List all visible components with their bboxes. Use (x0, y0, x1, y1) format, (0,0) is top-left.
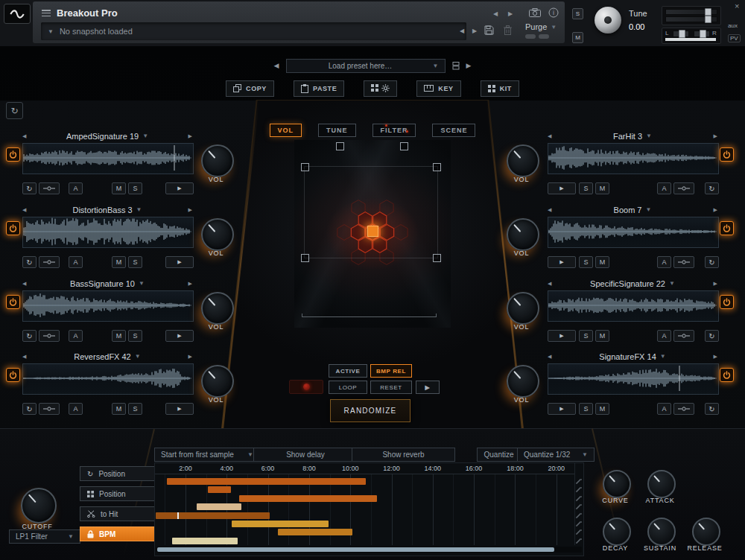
loop-button[interactable]: ↻ (705, 403, 719, 415)
pv-button[interactable]: PV (728, 34, 741, 42)
choke-a-button[interactable]: A (69, 330, 83, 342)
prev-sample-arrow[interactable]: ◀ (22, 281, 26, 287)
env-knob-decay[interactable] (603, 518, 631, 546)
prev-sample-arrow[interactable]: ◀ (22, 354, 26, 360)
play-button[interactable]: ▶ (165, 403, 194, 415)
mute-button[interactable]: M (595, 256, 609, 268)
play-button[interactable]: ▶ (548, 330, 576, 342)
copy-button[interactable]: COPY (226, 80, 274, 97)
clip-step-icon[interactable] (576, 512, 583, 519)
volume-knob[interactable] (201, 292, 234, 325)
waveform-display[interactable] (548, 217, 719, 248)
position-rotate-button[interactable]: ↻Position (80, 466, 159, 481)
mute-button[interactable]: M (595, 403, 609, 415)
solo-button[interactable]: S (579, 256, 593, 268)
volume-knob[interactable] (201, 365, 234, 398)
loop-button[interactable]: ↻ (22, 256, 37, 268)
sequencer-clip[interactable] (239, 495, 377, 502)
clip-step-icon[interactable] (576, 538, 583, 544)
start-mode-select[interactable]: Start from first sample▼ (154, 448, 260, 462)
sequencer-clip[interactable] (278, 529, 352, 535)
prev-preset-arrow[interactable]: ◀ (274, 63, 279, 69)
play-button[interactable]: ▶ (548, 256, 576, 268)
prev-instrument-arrow[interactable]: ◀ (493, 11, 498, 17)
clip-step-icon[interactable] (576, 529, 583, 535)
prev-sample-arrow[interactable]: ◀ (548, 133, 551, 139)
pad-handle[interactable] (400, 142, 408, 150)
sequencer-clip[interactable] (232, 521, 329, 527)
kit-button[interactable]: KIT (481, 80, 519, 97)
paste-button[interactable]: PASTE (294, 80, 344, 97)
save-snapshot-icon[interactable] (484, 25, 494, 35)
loop-button[interactable]: ↻ (705, 182, 719, 194)
waveform-display[interactable] (22, 143, 194, 174)
choke-a-button[interactable]: A (69, 403, 83, 415)
quantize-toggle[interactable]: Quantize (477, 448, 521, 462)
volume-knob[interactable] (201, 144, 234, 177)
next-sample-arrow[interactable]: ▶ (188, 281, 192, 287)
choke-a-button[interactable]: A (69, 256, 83, 268)
prev-sample-arrow[interactable]: ◀ (22, 133, 26, 139)
pad-handle[interactable] (433, 254, 441, 262)
sequencer-scrollbar-thumb[interactable] (157, 547, 554, 552)
loop-button[interactable]: ↻ (705, 256, 719, 268)
bpm-lock-button[interactable]: BPM (80, 526, 159, 541)
env-knob-sustain[interactable] (647, 518, 676, 546)
delete-snapshot-icon[interactable] (504, 25, 512, 35)
prev-sample-arrow[interactable]: ◀ (548, 207, 551, 213)
next-preset-arrow[interactable]: ▶ (466, 63, 472, 69)
play-button[interactable]: ▶ (548, 182, 576, 194)
power-button[interactable] (6, 147, 20, 162)
mute-button[interactable]: M (572, 32, 583, 43)
kontakt-logo-button[interactable] (4, 4, 31, 24)
waveform-display[interactable] (548, 290, 719, 322)
solo-button[interactable]: S (579, 182, 593, 194)
power-button[interactable] (6, 221, 20, 235)
trim-button[interactable] (39, 256, 60, 268)
waveform-display[interactable] (22, 290, 194, 322)
tab-tune[interactable]: TUNE (318, 124, 356, 137)
volume-knob[interactable] (201, 218, 234, 251)
choke-a-button[interactable]: A (657, 182, 671, 194)
clip-step-icon[interactable] (576, 478, 583, 485)
instrument-menu-icon[interactable] (42, 10, 51, 16)
mute-button[interactable]: M (595, 330, 609, 342)
show-reverb-button[interactable]: Show reverb (352, 448, 455, 462)
aux-label[interactable]: aux (728, 22, 738, 29)
solo-button[interactable]: S (128, 256, 142, 268)
tune-value[interactable]: 0.00 (629, 22, 644, 31)
sample-selector[interactable]: SignatureFX 14▼ (599, 352, 665, 361)
loop-button[interactable]: LOOP (329, 381, 367, 394)
next-instrument-arrow[interactable]: ▶ (508, 11, 513, 17)
randomize-button[interactable]: RANDOMIZE (330, 399, 410, 422)
snapshot-camera-icon[interactable] (529, 8, 541, 17)
waveform-display[interactable] (548, 363, 719, 395)
tab-scene[interactable]: SCENE (432, 124, 475, 137)
solo-button[interactable]: S (128, 403, 142, 415)
prev-sample-arrow[interactable]: ◀ (548, 354, 551, 360)
next-sample-arrow[interactable]: ▶ (188, 207, 192, 213)
active-button[interactable]: ACTIVE (329, 364, 367, 378)
choke-a-button[interactable]: A (657, 256, 671, 268)
sequencer-clip[interactable] (172, 538, 238, 544)
close-icon[interactable]: × (735, 1, 739, 10)
pad-position-handle[interactable] (367, 226, 378, 237)
prev-sample-arrow[interactable]: ◀ (548, 281, 551, 287)
volume-knob[interactable] (507, 292, 539, 325)
power-button[interactable] (720, 221, 734, 235)
choke-a-button[interactable]: A (657, 330, 671, 342)
power-button[interactable] (720, 147, 734, 162)
trim-button[interactable] (39, 330, 60, 342)
solo-button[interactable]: S (572, 8, 583, 19)
mute-button[interactable]: M (112, 256, 126, 268)
solo-button[interactable]: S (128, 182, 142, 194)
clip-step-icon[interactable] (576, 495, 583, 502)
pan-slider-right[interactable] (694, 31, 710, 37)
clip-step-icon[interactable] (576, 503, 583, 510)
sequencer-clip[interactable] (156, 512, 270, 519)
show-delay-button[interactable]: Show delay (253, 448, 358, 462)
clip-step-icon[interactable] (576, 486, 583, 493)
sample-selector[interactable]: FarHit 3▼ (613, 132, 652, 141)
env-knob-attack[interactable] (647, 470, 676, 498)
tab-filter[interactable]: FILTER (372, 124, 416, 137)
